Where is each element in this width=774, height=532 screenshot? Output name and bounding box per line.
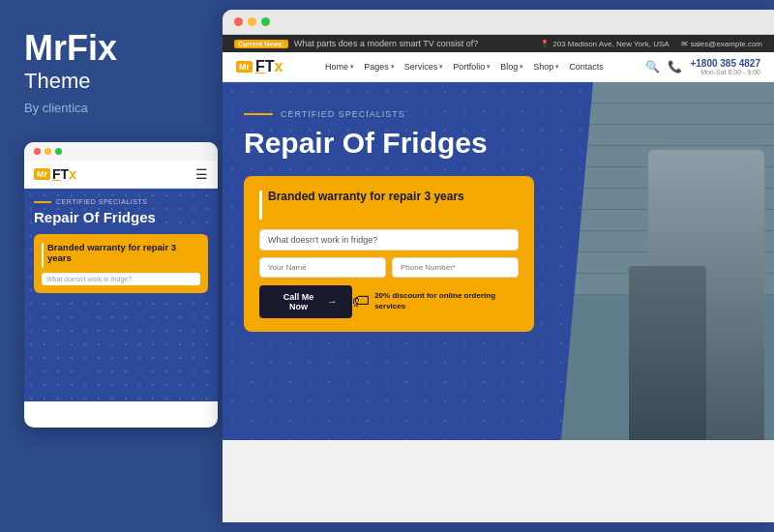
mobile-top-bar xyxy=(24,142,218,161)
nav-logo-fix: FTx xyxy=(255,58,283,75)
news-text: What parts does a modern smart TV consis… xyxy=(294,39,478,48)
email-icon: ✉ xyxy=(681,40,688,48)
mobile-certified: CERTIFIED SPECIALISTS xyxy=(34,198,208,205)
mobile-hero-title: Repair Of Fridges xyxy=(34,209,208,226)
mobile-card-bar xyxy=(42,243,44,268)
brand-by: By clientica xyxy=(24,101,198,115)
hero-certified-text: CERTIFIED SPECIALISTS xyxy=(281,109,405,119)
hero-section: CERTIFIED SPECIALISTS Repair Of Fridges … xyxy=(223,82,774,440)
appliance-silhouette xyxy=(629,266,706,440)
mobile-hero: CERTIFIED SPECIALISTS Repair Of Fridges … xyxy=(24,189,218,401)
hero-card-bottom: Call Me Now → 🏷 20% discount for online … xyxy=(259,285,519,318)
news-bar-left: Current News: What parts does a modern s… xyxy=(234,39,478,48)
nav-item-pages[interactable]: Pages ▾ xyxy=(364,62,395,72)
mobile-mockup: Mr FTx ☰ CERTIFIED SPECIALISTS Repair Of… xyxy=(24,142,218,428)
mobile-logo: Mr FTx xyxy=(34,166,76,182)
mobile-certified-line xyxy=(34,201,51,203)
call-me-now-label: Call Me Now xyxy=(275,292,322,311)
nav-item-contacts[interactable]: Contacts xyxy=(569,62,604,72)
arrow-icon: → xyxy=(327,296,337,307)
blind-stripe xyxy=(561,103,774,125)
discount-info: 🏷 20% discount for online ordering servi… xyxy=(352,291,519,311)
mobile-dot-red xyxy=(34,148,41,155)
browser-dot-green xyxy=(261,17,270,26)
hero-title: Repair Of Fridges xyxy=(244,127,530,161)
name-input[interactable] xyxy=(259,257,386,278)
left-panel: MrFix Theme By clientica Mr FTx ☰ CERTIF… xyxy=(0,0,223,532)
nav-right: 🔍 📞 +1800 385 4827 Mon-Sat 8:00 - 9:00 xyxy=(645,58,760,75)
discount-icon: 🏷 xyxy=(352,291,370,311)
news-tag: Current News: xyxy=(234,40,288,48)
nav-logo-mr: Mr xyxy=(236,61,253,73)
blind-stripe xyxy=(561,125,774,146)
news-bar: Current News: What parts does a modern s… xyxy=(223,35,774,52)
hero-card-title: Branded warranty for repair 3 years xyxy=(259,190,519,220)
location-icon: 📍 xyxy=(540,40,550,48)
mobile-card-title: Branded warranty for repair 3 years xyxy=(42,242,200,268)
news-location: 📍 203 Madison Ave, New York, USA xyxy=(540,40,669,48)
mobile-dot-yellow xyxy=(45,148,51,155)
mobile-card-input-placeholder: What doesn't work in fridge? xyxy=(42,273,200,285)
mobile-header: Mr FTx ☰ xyxy=(24,161,218,189)
phone-info: +1800 385 4827 Mon-Sat 8:00 - 9:00 xyxy=(690,58,760,75)
fridge-problem-select[interactable]: What doesn't work in fridge? Refrigerato… xyxy=(259,229,519,251)
phone-hours: Mon-Sat 8:00 - 9:00 xyxy=(700,69,760,75)
right-panel: Current News: What parts does a modern s… xyxy=(223,10,774,522)
blinds-background xyxy=(561,82,774,440)
nav-item-portfolio[interactable]: Portfolio ▾ xyxy=(453,62,491,72)
nav-bar: Mr FTx Home ▾ Pages ▾ Services ▾ Portfol… xyxy=(223,52,774,82)
browser-dot-yellow xyxy=(248,17,256,26)
mobile-logo-mr: Mr xyxy=(34,168,50,180)
news-email: ✉ sales@example.com xyxy=(681,40,762,48)
hero-image-area xyxy=(561,82,774,440)
hero-card-inputs xyxy=(259,257,519,278)
browser-chrome xyxy=(223,10,774,35)
hero-card: Branded warranty for repair 3 years What… xyxy=(244,176,534,332)
news-bar-right: 📍 203 Madison Ave, New York, USA ✉ sales… xyxy=(540,40,762,48)
call-me-now-button[interactable]: Call Me Now → xyxy=(259,285,352,318)
nav-menu: Home ▾ Pages ▾ Services ▾ Portfolio ▾ Bl… xyxy=(325,62,604,72)
location-text: 203 Madison Ave, New York, USA xyxy=(552,40,669,48)
phone-icon: 📞 xyxy=(668,60,682,74)
nav-item-home[interactable]: Home ▾ xyxy=(325,62,354,72)
hero-certified-line xyxy=(244,113,273,115)
mobile-card: Branded warranty for repair 3 years What… xyxy=(34,234,208,293)
mobile-dot-green xyxy=(55,148,62,155)
hero-card-bar xyxy=(259,191,262,220)
phone-number: +1800 385 4827 xyxy=(690,58,760,69)
hamburger-icon[interactable]: ☰ xyxy=(195,166,208,182)
blind-stripe xyxy=(561,82,774,103)
hero-content: CERTIFIED SPECIALISTS Repair Of Fridges … xyxy=(223,82,551,440)
email-text: sales@example.com xyxy=(691,40,762,48)
mobile-logo-fix: FTx xyxy=(52,166,76,182)
hero-certified: CERTIFIED SPECIALISTS xyxy=(244,109,530,119)
discount-text: 20% discount for online ordering service… xyxy=(374,291,519,311)
nav-item-blog[interactable]: Blog ▾ xyxy=(500,62,523,72)
nav-item-services[interactable]: Services ▾ xyxy=(404,62,444,72)
brand-name: MrFix xyxy=(24,29,198,68)
brand-subtitle: Theme xyxy=(24,68,198,96)
phone-input[interactable] xyxy=(392,257,519,278)
nav-logo: Mr FTx xyxy=(236,58,283,75)
search-icon[interactable]: 🔍 xyxy=(645,60,660,74)
browser-dot-red xyxy=(234,17,243,26)
hero-card-title-text: Branded warranty for repair 3 years xyxy=(268,190,464,203)
nav-item-shop[interactable]: Shop ▾ xyxy=(533,62,559,72)
mobile-certified-text: CERTIFIED SPECIALISTS xyxy=(56,198,147,205)
